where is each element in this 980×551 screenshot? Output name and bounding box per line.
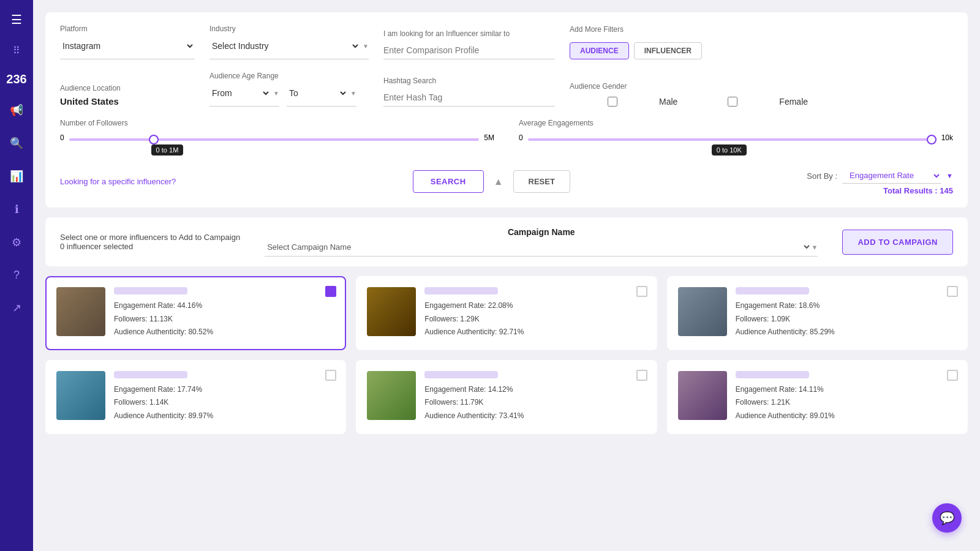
card-checkbox[interactable] — [325, 286, 336, 297]
age-range-label: Audience Age Range — [209, 72, 369, 80]
influencer-authenticity: Audience Authenticity: 89.97% — [114, 410, 335, 423]
comparison-input[interactable] — [383, 42, 555, 59]
influencer-card[interactable]: Engagement Rate: 44.16% Followers: 11.13… — [45, 276, 346, 350]
add-to-campaign-button[interactable]: ADD TO CAMPAIGN — [842, 230, 953, 255]
influencer-authenticity: Audience Authenticity: 80.52% — [114, 326, 335, 339]
influencer-card[interactable]: Engagement Rate: 14.12% Followers: 11.79… — [356, 360, 657, 434]
influencer-name-blur — [114, 287, 187, 294]
influencer-followers: Followers: 1.21K — [736, 396, 957, 410]
influencer-avatar — [678, 287, 727, 336]
campaign-select-wrapper: Select Campaign Name ▼ — [265, 242, 818, 257]
influencer-info: Engagement Rate: 44.16% Followers: 11.13… — [114, 287, 335, 339]
audience-location-value: United States — [60, 96, 195, 107]
help-icon[interactable]: ? — [11, 266, 22, 284]
influencer-filter-btn[interactable]: INFLUENCER — [634, 42, 702, 59]
card-checkbox[interactable] — [947, 370, 958, 381]
influencer-grid: Engagement Rate: 44.16% Followers: 11.13… — [45, 276, 968, 434]
filter-panel: Platform Instagram YouTube TikTok Indust… — [45, 12, 968, 208]
engagements-max-label: 10k — [941, 133, 953, 142]
influencer-followers: Followers: 1.09K — [736, 313, 957, 326]
hashtag-input[interactable] — [383, 89, 555, 107]
reset-button[interactable]: RESET — [513, 170, 570, 193]
card-checkbox[interactable] — [947, 286, 958, 297]
chevron-up-icon: ▲ — [494, 176, 503, 187]
industry-select[interactable]: Select Industry Technology Fashion Healt… — [209, 37, 360, 55]
hashtag-group: Hashtag Search — [383, 77, 555, 107]
chart-icon[interactable]: 📊 — [7, 167, 26, 186]
influencer-card[interactable]: Engagement Rate: 14.11% Followers: 1.21K… — [667, 360, 968, 434]
age-range-selects: From 13182535 ▼ To 24344465+ ▼ — [209, 84, 369, 107]
industry-chevron-icon: ▼ — [363, 43, 369, 50]
influencer-authenticity: Audience Authenticity: 89.01% — [736, 410, 957, 423]
campaign-name-select[interactable]: Select Campaign Name — [265, 242, 811, 252]
sidebar: ☰ ⠿ 236 📢 🔍 📊 ℹ ⚙ ? ↗ — [0, 0, 33, 551]
age-range-group: Audience Age Range From 13182535 ▼ To 24… — [209, 72, 369, 107]
influencer-followers: Followers: 11.13K — [114, 313, 335, 326]
platform-group: Platform Instagram YouTube TikTok — [60, 24, 195, 59]
influencer-info: Engagement Rate: 22.08% Followers: 1.29K… — [424, 287, 646, 339]
megaphone-icon[interactable]: 📢 — [7, 101, 26, 119]
influencer-info: Engagement Rate: 18.6% Followers: 1.09K … — [736, 287, 957, 339]
main-content: Platform Instagram YouTube TikTok Indust… — [33, 0, 980, 551]
age-to-wrapper: To 24344465+ ▼ — [287, 84, 356, 107]
sort-select[interactable]: Engagement Rate Followers Audience Authe… — [842, 168, 941, 184]
age-from-select[interactable]: From 13182535 — [209, 84, 271, 102]
age-from-chevron-icon: ▼ — [273, 90, 279, 97]
engagements-slider[interactable] — [528, 138, 937, 141]
campaign-name-section: Campaign Name Select Campaign Name ▼ — [265, 227, 818, 257]
info-icon[interactable]: ℹ — [12, 200, 21, 219]
sidebar-number: 236 — [6, 72, 26, 86]
card-checkbox[interactable] — [325, 370, 336, 381]
influencer-avatar — [678, 371, 727, 420]
male-label: Male — [659, 97, 677, 107]
followers-min-label: 0 — [60, 133, 64, 142]
more-filters-group: Add More Filters AUDIENCE INFLUENCER — [570, 25, 702, 59]
comparison-label: I am looking for an Influencer similar t… — [383, 29, 555, 38]
action-row: Looking for a specific influencer? SEARC… — [60, 168, 953, 195]
campaign-name-label: Campaign Name — [265, 227, 818, 237]
sliders-row: Number of Followers 0 0 to 1M 5M Average… — [60, 119, 953, 143]
age-to-select[interactable]: To 24344465+ — [287, 84, 348, 102]
chat-button[interactable]: 💬 — [932, 503, 962, 533]
campaign-selected-count: 0 influencer selected — [60, 242, 133, 251]
gender-label: Audience Gender — [570, 82, 808, 91]
influencer-authenticity: Audience Authenticity: 73.41% — [424, 410, 646, 423]
share-icon[interactable]: ↗ — [10, 299, 24, 317]
influencer-card[interactable]: Engagement Rate: 18.6% Followers: 1.09K … — [667, 276, 968, 350]
influencer-card[interactable]: Engagement Rate: 22.08% Followers: 1.29K… — [356, 276, 657, 350]
influencer-name-blur — [424, 287, 498, 294]
influencer-engagement: Engagement Rate: 14.11% — [736, 383, 957, 397]
audience-location-group: Audience Location United States — [60, 84, 195, 107]
influencer-info: Engagement Rate: 14.11% Followers: 1.21K… — [736, 371, 957, 423]
search-sidebar-icon[interactable]: 🔍 — [7, 134, 26, 152]
influencer-authenticity: Audience Authenticity: 85.29% — [736, 326, 957, 339]
campaign-select-text: Select one or more influencers to Add to… — [60, 233, 240, 242]
card-checkbox[interactable] — [636, 370, 647, 381]
industry-dropdown-wrapper: Select Industry Technology Fashion Healt… — [209, 37, 369, 59]
male-checkbox-label[interactable]: Male — [570, 97, 677, 107]
female-checkbox-label[interactable]: Female — [690, 97, 808, 107]
engagements-slider-group: Average Engagements 0 0 to 10K 10k — [519, 119, 953, 143]
search-reset-group: SEARCH ▲ RESET — [413, 170, 570, 193]
filter-row-1: Platform Instagram YouTube TikTok Indust… — [60, 24, 953, 59]
platform-select[interactable]: Instagram YouTube TikTok — [60, 37, 195, 55]
card-checkbox[interactable] — [636, 286, 647, 297]
engagements-tooltip: 0 to 10K — [712, 144, 747, 156]
search-button[interactable]: SEARCH — [413, 170, 484, 193]
audience-location-label: Audience Location — [60, 84, 195, 92]
influencer-engagement: Engagement Rate: 44.16% — [114, 299, 335, 313]
audience-filter-btn[interactable]: AUDIENCE — [570, 42, 629, 59]
specific-influencer-link[interactable]: Looking for a specific influencer? — [60, 177, 176, 186]
settings-icon[interactable]: ⚙ — [9, 233, 24, 252]
female-checkbox[interactable] — [690, 97, 775, 107]
male-checkbox[interactable] — [570, 97, 655, 107]
influencer-name-blur — [736, 287, 809, 294]
influencer-name-blur — [736, 371, 809, 378]
influencer-card[interactable]: Engagement Rate: 17.74% Followers: 1.14K… — [45, 360, 346, 434]
hamburger-icon[interactable]: ☰ — [9, 10, 24, 29]
gender-group: Audience Gender Male Female — [570, 82, 808, 107]
followers-slider[interactable] — [69, 138, 480, 141]
hashtag-label: Hashtag Search — [383, 77, 555, 85]
industry-label: Industry — [209, 24, 369, 33]
followers-slider-group: Number of Followers 0 0 to 1M 5M — [60, 119, 494, 143]
